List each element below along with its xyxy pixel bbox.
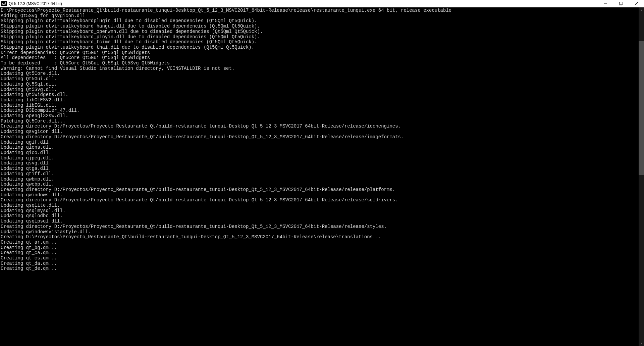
- console-line: Updating opengl32sw.dll.: [1, 113, 644, 119]
- console-line: Patching Qt5Core.dll...: [1, 119, 644, 124]
- console-line: Direct dependencies: Qt5Core Qt5Gui Qt5S…: [1, 50, 644, 56]
- console-line: Updating Qt5Gui.dll.: [1, 77, 644, 82]
- titlebar: C:\ Qt 5.12.3 (MSVC 2017 64-bit): [0, 0, 644, 7]
- console-line: Creating qt_ar.qm...: [1, 240, 644, 245]
- console-line: Creating qt_de.qm...: [1, 266, 644, 271]
- console-line: Updating libGLESV2.dll.: [1, 98, 644, 103]
- console-line: Updating Qt5Core.dll.: [1, 71, 644, 77]
- console-output: D:\Proyectos\Proyecto_Restaurante_Qt\bui…: [0, 7, 644, 346]
- console-line: Creating directory D:/Proyectos/Proyecto…: [1, 187, 644, 193]
- scroll-thumb[interactable]: [639, 41, 644, 175]
- console-line: Updating qtiff.dll.: [1, 171, 644, 177]
- maximize-icon: [619, 2, 623, 5]
- console-line: Skipping plugin qtvirtualkeyboardplugin.…: [1, 18, 644, 24]
- console-line: Updating qsqlmysql.dll.: [1, 208, 644, 214]
- console-line: Skipping plugin qtvirtualkeyboard_pinyin…: [1, 35, 644, 40]
- window-title: Qt 5.12.3 (MSVC 2017 64-bit): [9, 1, 62, 6]
- console-line: Updating qsqlite.dll.: [1, 203, 644, 208]
- console-line: Updating Qt5Svg.dll.: [1, 87, 644, 93]
- console-line: Updating qsqlpsql.dll.: [1, 219, 644, 224]
- maximize-button[interactable]: [613, 0, 629, 7]
- console-line: Updating D3Dcompiler_47.dll.: [1, 108, 644, 113]
- close-icon: [635, 2, 638, 5]
- console-line: Creating qt_ca.qm...: [1, 250, 644, 256]
- console-line: Updating Qt5Widgets.dll.: [1, 92, 644, 98]
- vertical-scrollbar[interactable]: ▲ ▼: [639, 7, 644, 346]
- console-line: Updating qsqlodbc.dll.: [1, 213, 644, 219]
- console-line: Creating qt_bg.qm...: [1, 245, 644, 251]
- console-line: All dependencies : Qt5Core Qt5Gui Qt5Sql…: [1, 55, 644, 61]
- console-line: Updating libEGL.dll.: [1, 103, 644, 108]
- console-line: Updating qwindows.dll.: [1, 193, 644, 198]
- console-line: Updating qsvgicon.dll.: [1, 129, 644, 135]
- console-line: Skipping plugin qtvirtualkeyboard_hangul…: [1, 24, 644, 29]
- console-line: To be deployed : Qt5Core Qt5Gui Qt5Sql Q…: [1, 61, 644, 66]
- console-line: Creating qt_da.qm...: [1, 261, 644, 266]
- console-line: Updating qwindowsvistastyle.dll.: [1, 230, 644, 235]
- titlebar-left: C:\ Qt 5.12.3 (MSVC 2017 64-bit): [1, 1, 62, 6]
- console-line: Skipping plugin qtvirtualkeyboard_tcime.…: [1, 40, 644, 45]
- close-button[interactable]: [629, 0, 644, 7]
- console-line: Adding Qt5Svg for qsvgicon.dll: [1, 13, 644, 19]
- console-line: Updating qsvg.dll.: [1, 161, 644, 166]
- scroll-up-arrow[interactable]: ▲: [639, 7, 644, 13]
- console-line: D:\Proyectos\Proyecto_Restaurante_Qt\bui…: [1, 8, 644, 13]
- scroll-down-arrow[interactable]: ▼: [639, 341, 644, 346]
- console-line: Updating Qt5Sql.dll.: [1, 82, 644, 87]
- console-line: Updating qicns.dll.: [1, 145, 644, 150]
- console-line: Updating qtga.dll.: [1, 166, 644, 171]
- console-line: Creating qt_cs.qm...: [1, 256, 644, 261]
- window-controls: [598, 0, 644, 7]
- console-line: Creating directory D:/Proyectos/Proyecto…: [1, 198, 644, 203]
- console-line: Updating qgif.dll.: [1, 140, 644, 145]
- minimize-button[interactable]: [598, 0, 613, 7]
- console-line: Skipping plugin qtvirtualkeyboard_openwn…: [1, 29, 644, 35]
- console-line: Updating qico.dll.: [1, 150, 644, 156]
- console-line: Warning: Cannot find Visual Studio insta…: [1, 66, 644, 71]
- console-line: Creating directory D:/Proyectos/Proyecto…: [1, 135, 644, 140]
- console-line: Updating qwebp.dll.: [1, 182, 644, 187]
- console-line: Creating directory D:/Proyectos/Proyecto…: [1, 124, 644, 129]
- console-line: Skipping plugin qtvirtualkeyboard_thai.d…: [1, 45, 644, 50]
- console-line: Updating qjpeg.dll.: [1, 156, 644, 161]
- cmd-icon: C:\: [1, 1, 7, 6]
- console-line: Updating qwbmp.dll.: [1, 177, 644, 182]
- minimize-icon: [604, 2, 607, 5]
- svg-rect-2: [620, 2, 623, 5]
- console-line: Creating D:\Proyectos\Proyecto_Restauran…: [1, 235, 644, 240]
- console-line: Creating directory D:/Proyectos/Proyecto…: [1, 224, 644, 230]
